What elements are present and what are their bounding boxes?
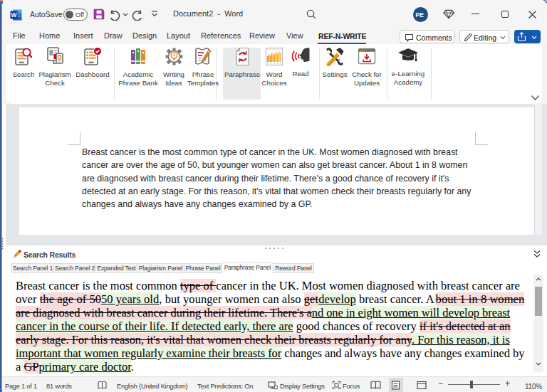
svg-text:W: W xyxy=(11,11,17,18)
